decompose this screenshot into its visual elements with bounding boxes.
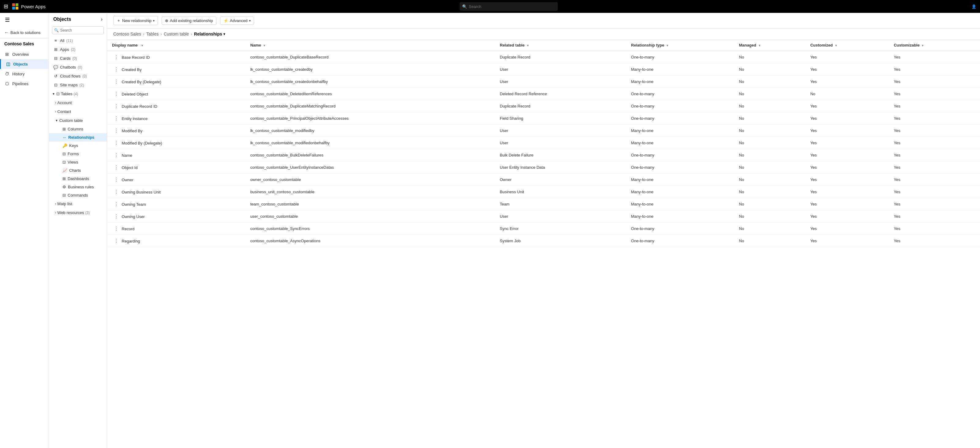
cell-display-name: ⋮ Base Record ID	[107, 51, 245, 64]
sidebar-item-commands[interactable]: ⊟ Commands	[49, 191, 107, 199]
row-actions-1[interactable]: ⋮	[112, 66, 121, 73]
row-actions-4[interactable]: ⋮	[112, 103, 121, 109]
back-to-solutions[interactable]: ← Back to solutions	[0, 27, 49, 38]
cell-managed: No	[734, 186, 805, 198]
cell-display-name: ⋮ Regarding	[107, 235, 245, 247]
cell-customizable: Yes	[889, 124, 980, 137]
row-actions-3[interactable]: ⋮	[112, 91, 121, 97]
row-actions-13[interactable]: ⋮	[112, 213, 121, 220]
cell-display-name: ⋮ Created By	[107, 64, 245, 76]
advanced-button[interactable]: ⚡ Advanced ▾	[220, 16, 254, 25]
row-actions-11[interactable]: ⋮	[112, 189, 121, 195]
customized-sort-icon: ▾	[835, 44, 837, 47]
cell-customizable: Yes	[889, 88, 980, 100]
table-row: ⋮ Owning Team team_contoso_customtable T…	[107, 198, 980, 210]
hamburger-icon[interactable]: ☰	[0, 13, 49, 27]
main-layout: ☰ ← Back to solutions Contoso Sales ⊞ Ov…	[0, 13, 980, 448]
all-count: (11)	[66, 38, 73, 43]
col-display-name[interactable]: Display name ↑▾	[107, 40, 245, 51]
sidebar-item-sitemaps[interactable]: ⊡ Site maps (2)	[49, 81, 107, 89]
cell-name: contoso_customtable_UserEntityInstanceDa…	[245, 161, 495, 174]
row-actions-7[interactable]: ⋮	[112, 140, 121, 146]
cell-name: lk_contoso_customtable_createdby	[245, 64, 495, 76]
sidebar-item-history[interactable]: ⏱ History	[0, 69, 49, 79]
sidebar-item-forms[interactable]: ⊟ Forms	[49, 150, 107, 158]
topbar-user-icon[interactable]: 👤	[971, 4, 976, 9]
add-existing-relationship-button[interactable]: ⊕ Add existing relationship	[162, 16, 216, 25]
sidebar-item-columns[interactable]: ⊞ Columns	[49, 125, 107, 133]
sidebar-item-apps[interactable]: ⊞ Apps (2)	[49, 45, 107, 54]
col-customizable[interactable]: Customizable ▾	[889, 40, 980, 51]
row-actions-12[interactable]: ⋮	[112, 201, 121, 207]
sidebar-item-account[interactable]: › Account	[49, 98, 107, 107]
apps-icon: ⊞	[53, 47, 58, 52]
sidebar-search-container: 🔍	[49, 24, 107, 36]
all-label: All	[60, 38, 64, 43]
row-actions-9[interactable]: ⋮	[112, 164, 121, 171]
columns-icon: ⊞	[62, 127, 66, 131]
sidebar-item-overview[interactable]: ⊞ Overview	[0, 49, 49, 59]
cell-display-name: ⋮ Owning Team	[107, 198, 245, 210]
history-label: History	[12, 72, 24, 76]
breadcrumb-sep-2: ›	[161, 32, 162, 37]
cell-display-name: ⋮ Owning Business Unit	[107, 186, 245, 198]
row-actions-15[interactable]: ⋮	[112, 238, 121, 244]
breadcrumb-contoso-sales[interactable]: Contoso Sales	[113, 32, 141, 37]
cell-related-table: Owner	[495, 174, 626, 186]
cell-managed: No	[734, 223, 805, 235]
col-relationship-type[interactable]: Relationship type ▾	[626, 40, 734, 51]
row-actions-8[interactable]: ⋮	[112, 152, 121, 158]
row-actions-0[interactable]: ⋮	[112, 54, 121, 60]
sidebar-item-views[interactable]: ⊡ Views	[49, 158, 107, 166]
topbar-search-input[interactable]	[460, 2, 558, 11]
sidebar-item-matplist[interactable]: › Matp list	[49, 199, 107, 208]
sidebar-item-chatbots[interactable]: 💬 Chatbots (0)	[49, 63, 107, 72]
rel-type-sort-icon: ▾	[667, 44, 668, 47]
sidebar-item-all[interactable]: ≡ All (11)	[49, 36, 107, 45]
col-customized[interactable]: Customized ▾	[805, 40, 889, 51]
relationships-label: Relationships	[68, 135, 94, 140]
tables-count: (4)	[73, 92, 78, 96]
sidebar-item-contact[interactable]: › Contact	[49, 107, 107, 116]
cell-display-name: ⋮ Owning User	[107, 210, 245, 223]
sidebar-item-charts[interactable]: 📈 Charts	[49, 166, 107, 175]
sidebar-item-businessrules[interactable]: ⚙ Business rules	[49, 183, 107, 191]
sidebar-close-button[interactable]: ›	[101, 16, 103, 22]
sidebar-item-webresources[interactable]: › Web resources (3)	[49, 208, 107, 217]
waffle-icon[interactable]: ⊞	[4, 3, 8, 10]
cell-name: lk_contoso_customtable_createdonbehalfby	[245, 76, 495, 88]
advanced-icon: ⚡	[223, 18, 228, 23]
sidebar-item-objects[interactable]: ◫ Objects	[0, 59, 49, 69]
row-actions-14[interactable]: ⋮	[112, 225, 121, 232]
sidebar-search-input[interactable]	[52, 26, 104, 34]
col-managed[interactable]: Managed ▾	[734, 40, 805, 51]
sidebar-item-relationships[interactable]: ↔ Relationships	[49, 133, 107, 142]
new-relationship-button[interactable]: ＋ New relationship ▾	[113, 16, 158, 25]
sidebar-item-pipelines[interactable]: ⬡ Pipelines	[0, 79, 49, 89]
sidebar-item-customtable[interactable]: ▼ Custom table	[49, 116, 107, 125]
cell-customizable: Yes	[889, 174, 980, 186]
svg-rect-3	[16, 7, 18, 10]
account-label: Account	[57, 100, 72, 105]
cell-relationship-type: One-to-many	[626, 51, 734, 64]
row-actions-5[interactable]: ⋮	[112, 115, 121, 121]
row-actions-2[interactable]: ⋮	[112, 78, 121, 85]
breadcrumb-tables[interactable]: Tables	[146, 32, 159, 37]
col-name[interactable]: Name ▾	[245, 40, 495, 51]
sidebar-item-cards[interactable]: ⊟ Cards (0)	[49, 54, 107, 63]
breadcrumb: Contoso Sales › Tables › Custom table › …	[107, 29, 980, 40]
sidebar-item-cloudflows[interactable]: ↺ Cloud flows (0)	[49, 72, 107, 81]
cell-name: team_contoso_customtable	[245, 198, 495, 210]
tables-icon: ⊡	[56, 92, 60, 96]
cell-name: business_unit_contoso_customtable	[245, 186, 495, 198]
row-actions-10[interactable]: ⋮	[112, 176, 121, 183]
sidebar-item-keys[interactable]: 🔑 Keys	[49, 142, 107, 150]
breadcrumb-customtable[interactable]: Custom table	[164, 32, 189, 37]
back-to-solutions-label: Back to solutions	[10, 30, 40, 35]
breadcrumb-dropdown-icon[interactable]: ▾	[223, 32, 225, 36]
cards-count: (0)	[73, 56, 77, 61]
sidebar-group-tables[interactable]: ▼ ⊡ Tables (4)	[49, 89, 107, 98]
col-related-table[interactable]: Related table ▾	[495, 40, 626, 51]
sidebar-item-dashboards[interactable]: ⊞ Dashboards	[49, 175, 107, 183]
row-actions-6[interactable]: ⋮	[112, 128, 121, 134]
